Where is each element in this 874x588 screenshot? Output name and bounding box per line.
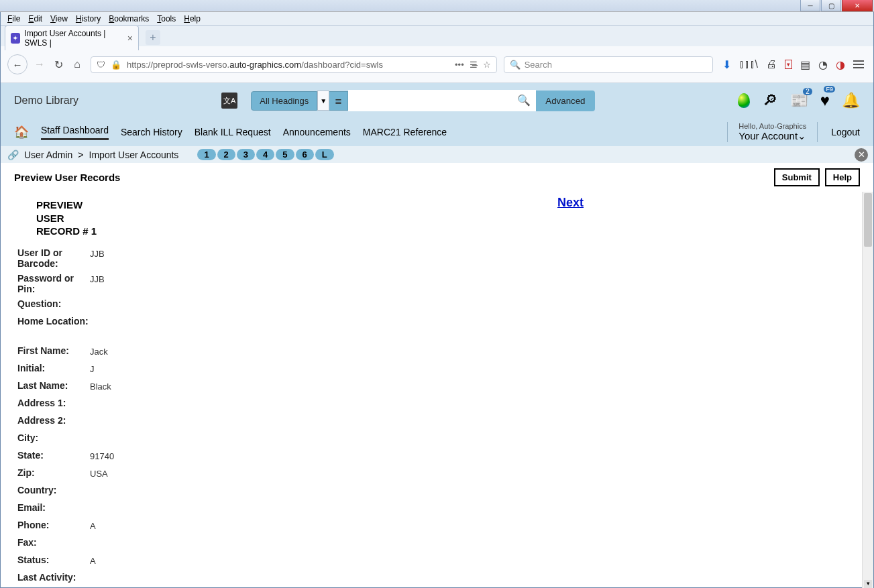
record-label: Last Activity: — [17, 572, 90, 583]
record-value: A — [90, 554, 96, 566]
breadcrumb-import-user-accounts[interactable]: Import User Accounts — [89, 150, 179, 160]
vertical-scrollbar[interactable]: ▾ — [862, 192, 873, 588]
pager-3[interactable]: 3 — [237, 149, 255, 160]
window-minimize-button[interactable]: ─ — [800, 0, 820, 11]
favorites-icon[interactable]: ♥F9 — [820, 91, 830, 110]
headings-dropdown-button[interactable]: ▼ — [317, 91, 329, 111]
menu-help[interactable]: Help — [180, 13, 205, 24]
record-value: JJB — [90, 273, 105, 284]
chevron-down-icon: ⌄ — [798, 130, 806, 141]
breadcrumb-close-button[interactable]: ✕ — [855, 148, 868, 162]
menu-view[interactable]: View — [46, 13, 72, 24]
record-value: JJB — [90, 247, 105, 259]
record-row: Initial:J — [17, 363, 845, 380]
search-submit-icon[interactable]: 🔍 — [517, 94, 531, 107]
record-label: Address 1: — [17, 398, 90, 408]
logout-link[interactable]: Logout — [831, 127, 860, 137]
record-row: Email: — [17, 502, 845, 520]
record-value: Jack — [90, 345, 108, 357]
record-row: Address 2: — [17, 415, 845, 432]
catalog-search-widget: All Headings ▼ ≣ 🔍 Advanced — [251, 90, 594, 111]
record-label: First Name: — [17, 345, 90, 356]
record-row: Fax: — [17, 537, 845, 554]
tab-close-button[interactable]: × — [127, 33, 133, 44]
back-button[interactable]: ← — [7, 54, 28, 74]
translate-icon[interactable]: 文A — [221, 93, 237, 109]
record-label: Country: — [17, 485, 90, 495]
reload-button[interactable]: ↻ — [52, 58, 65, 71]
home-button[interactable]: ⌂ — [70, 58, 84, 70]
app-header: Demo Library 文A All Headings ▼ ≣ 🔍 Advan… — [1, 83, 873, 118]
record-label: Zip: — [17, 467, 90, 478]
nav-search-history[interactable]: Search History — [121, 127, 182, 137]
sidebar-icon[interactable]: ▤ — [800, 58, 810, 71]
record-row: Address 1: — [17, 398, 845, 415]
scrollbar-down-arrow[interactable]: ▾ — [864, 580, 872, 588]
submit-button[interactable]: Submit — [774, 168, 820, 186]
news-icon[interactable]: 📰2 — [790, 92, 808, 109]
record-value: J — [90, 363, 95, 374]
pager-1[interactable]: 1 — [197, 149, 215, 160]
shield-icon: 🛡 — [97, 60, 105, 70]
window-close-button[interactable]: ✕ — [842, 0, 873, 11]
pager-5[interactable]: 5 — [276, 149, 294, 160]
app-menu-button[interactable] — [853, 60, 864, 68]
pager-6[interactable]: 6 — [296, 149, 314, 160]
pager-last[interactable]: L — [315, 149, 334, 160]
downloads-icon[interactable]: ⬇ — [722, 58, 731, 71]
ellipsis-icon[interactable]: ••• — [455, 60, 464, 70]
pager-2[interactable]: 2 — [217, 149, 235, 160]
nav-marc21-reference[interactable]: MARC21 Reference — [363, 127, 447, 137]
record-row: Question: — [17, 298, 845, 316]
browser-search-bar[interactable]: 🔍 Search — [504, 56, 713, 73]
headings-select[interactable]: All Headings — [251, 91, 317, 111]
nav-home-icon[interactable]: 🏠 — [14, 125, 29, 139]
menu-history[interactable]: History — [72, 13, 105, 24]
nav-blank-ill-request[interactable]: Blank ILL Request — [195, 127, 271, 137]
security-extension-icon[interactable]: ▾ — [785, 60, 792, 69]
nav-staff-dashboard[interactable]: Staff Dashboard — [41, 125, 109, 140]
next-link[interactable]: Next — [557, 196, 584, 210]
url-bar[interactable]: 🛡 🔒 https://preprod-swls-verso.auto-grap… — [91, 56, 497, 73]
pager: 1 2 3 4 5 6 L — [197, 149, 333, 160]
balloon-icon[interactable] — [738, 93, 750, 108]
notifications-icon[interactable]: 🔔 — [842, 92, 860, 109]
preview-record-heading: PREVIEW USER RECORD # 1 — [36, 198, 103, 238]
catalog-search-input[interactable] — [348, 90, 536, 111]
library-icon[interactable]: ⫿⫿⫿\ — [739, 58, 758, 70]
print-icon[interactable]: 🖨 — [766, 58, 777, 70]
nav-bar: 🏠 Staff Dashboard Search History Blank I… — [1, 118, 873, 146]
account-block[interactable]: Hello, Auto-Graphics Your Account⌄ — [727, 122, 818, 142]
extension-icon[interactable]: ◑ — [836, 58, 845, 71]
menu-tools[interactable]: Tools — [153, 13, 180, 24]
forward-button[interactable]: → — [33, 58, 46, 70]
menu-edit[interactable]: Edit — [24, 13, 46, 24]
nav-announcements[interactable]: Announcements — [283, 127, 351, 137]
menu-bookmarks[interactable]: Bookmarks — [105, 13, 153, 24]
record-row: First Name:Jack — [17, 345, 845, 363]
breadcrumb-user-admin[interactable]: User Admin — [24, 150, 72, 160]
lock-icon: 🔒 — [111, 60, 121, 70]
menu-file[interactable]: File — [3, 13, 24, 24]
profile-icon[interactable]: ◔ — [818, 58, 828, 71]
record-label: User ID or Barcode: — [17, 247, 90, 269]
record-label: Password or Pin: — [17, 273, 90, 294]
help-button[interactable]: Help — [825, 168, 860, 186]
tab-title: Import User Accounts | SWLS | — [24, 29, 123, 48]
advanced-search-button[interactable]: Advanced — [536, 91, 594, 111]
pager-4[interactable]: 4 — [256, 149, 274, 160]
account-greeting: Hello, Auto-Graphics — [739, 122, 806, 130]
scrollbar-thumb[interactable] — [864, 193, 872, 247]
record-label: Question: — [17, 298, 90, 309]
database-icon[interactable]: ≣ — [329, 91, 348, 111]
window-maximize-button[interactable]: ▢ — [821, 0, 841, 11]
library-name: Demo Library — [14, 95, 78, 107]
new-tab-button[interactable]: + — [146, 30, 160, 45]
reader-icon[interactable]: ☰̶ — [470, 60, 478, 70]
magnify-record-icon[interactable]: 🔎︎ — [762, 93, 778, 109]
record-row: Country: — [17, 485, 845, 502]
browser-tab[interactable]: ✦ Import User Accounts | SWLS | × — [5, 25, 139, 50]
bookmark-star-icon[interactable]: ☆ — [483, 60, 491, 70]
account-dropdown[interactable]: Your Account⌄ — [739, 130, 806, 142]
favorites-badge: F9 — [824, 86, 835, 93]
